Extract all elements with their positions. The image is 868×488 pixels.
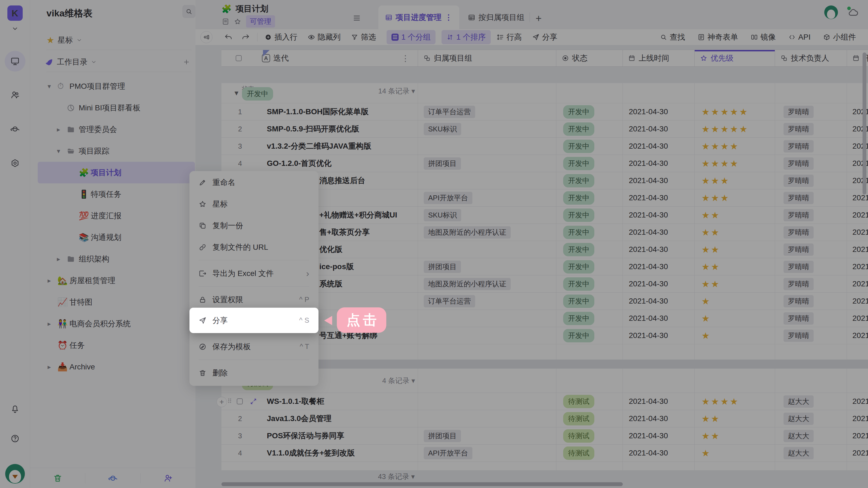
- menu-item-share-highlighted[interactable]: 分享 ^ S: [189, 308, 318, 333]
- tutorial-dim-overlay: [0, 0, 868, 488]
- share-label: 分享: [212, 315, 228, 326]
- paper-plane-icon: [199, 317, 207, 324]
- callout-arrow: [324, 316, 332, 325]
- vika-app: K vika维格表 ★ 星标 工作目录 ▾⏱PMO项目群管理Mini BI项目群…: [0, 0, 868, 488]
- click-callout-badge: 点击: [337, 307, 386, 333]
- share-shortcut: ^ S: [299, 316, 309, 325]
